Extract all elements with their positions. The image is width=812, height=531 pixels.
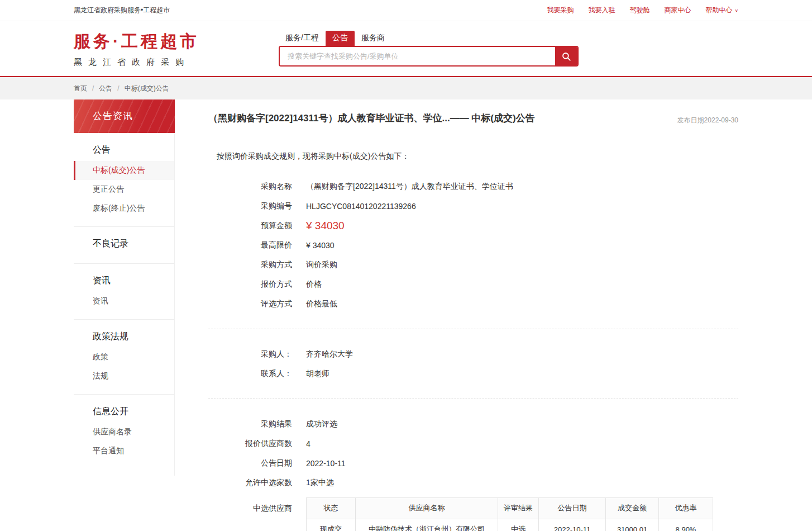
site-title: 黑龙江省政府采购服务•工程超市	[74, 6, 170, 15]
field-label: 采购编号	[208, 201, 292, 211]
field-value: 成功评选	[306, 419, 337, 429]
field-row-bidder-count: 报价供应商数 4	[208, 434, 738, 454]
tab-services-projects[interactable]: 服务/工程	[279, 31, 326, 46]
field-value: 1家中选	[306, 478, 334, 488]
search-icon	[561, 51, 571, 61]
field-label: 最高限价	[208, 240, 292, 250]
help-center-label: 帮助中心	[705, 6, 732, 14]
field-value: 2022-10-11	[306, 459, 346, 468]
field-row-procurement-name: 采购名称 （黑财购备字[2022]14311号）成人教育毕业证书、学位证书	[208, 177, 738, 197]
field-value: 价格	[306, 279, 322, 290]
field-row-purchaser: 采购人： 齐齐哈尔大学	[208, 345, 738, 364]
search-box	[279, 46, 579, 67]
sidebar-section-title-news[interactable]: 资讯	[74, 264, 174, 292]
field-label: 联系人：	[208, 369, 292, 379]
field-label: 允许中选家数	[208, 478, 292, 488]
topbar: 黑龙江省政府采购服务•工程超市 我要采购 我要入驻 驾驶舱 商家中心 帮助中心∨	[0, 0, 812, 21]
field-row-quote-method: 报价方式 价格	[208, 275, 738, 295]
sidebar-item-news[interactable]: 资讯	[74, 292, 174, 311]
table-row: 现成交 中融防伪技术（浙江台州）有限公司 中选 2022-10-11 31000…	[307, 519, 713, 531]
col-header-discount-rate: 优惠率	[659, 497, 713, 519]
field-row-procurement-method: 采购方式 询价采购	[208, 255, 738, 275]
sidebar-item-correction-announcements[interactable]: 更正公告	[74, 180, 174, 199]
announcement-article: （黑财购备字[2022]14311号）成人教育毕业证书、学位...—— 中标(成…	[175, 99, 738, 531]
field-label: 预算金额	[208, 221, 292, 231]
sidebar-section-title-announcements[interactable]: 公告	[74, 133, 174, 161]
field-row-procurement-number: 采购编号 HLJGCYC08140120221139266	[208, 197, 738, 216]
field-row-max-price: 最高限价 ¥ 34030	[208, 236, 738, 255]
breadcrumb: 首页 / 公告 / 中标(成交)公告	[74, 77, 738, 99]
sidebar-item-platform-notices[interactable]: 平台通知	[74, 442, 174, 461]
search-button[interactable]	[555, 47, 577, 65]
field-value: HLJGCYC08140120221139266	[306, 202, 416, 211]
topbar-link-merchant-center[interactable]: 商家中心	[664, 6, 691, 15]
tab-announcements[interactable]: 公告	[326, 31, 355, 46]
sidebar-section-information-disclosure: 信息公开 供应商名录 平台通知	[74, 395, 174, 469]
site-header: 服务·工程超市 黑龙江省政府采购 服务/工程 公告 服务商	[0, 21, 812, 77]
field-value: （黑财购备字[2022]14311号）成人教育毕业证书、学位证书	[306, 182, 513, 192]
logo-sub-text: 黑龙江省政府采购	[74, 57, 199, 68]
breadcrumb-home[interactable]: 首页	[74, 84, 87, 93]
field-value: 4	[306, 439, 311, 448]
cell-supplier-name: 中融防伪技术（浙江台州）有限公司	[356, 519, 498, 531]
sidebar-item-regulations[interactable]: 法规	[74, 367, 174, 386]
field-value: 询价采购	[306, 260, 337, 270]
search-tabs: 服务/工程 公告 服务商	[279, 31, 579, 46]
field-label: 中选供应商	[208, 497, 292, 514]
sidebar-item-policy[interactable]: 政策	[74, 348, 174, 367]
topbar-link-cockpit[interactable]: 驾驶舱	[629, 6, 649, 15]
cell-status: 现成交	[307, 519, 356, 531]
breadcrumb-bar: 首页 / 公告 / 中标(成交)公告	[0, 77, 812, 99]
breadcrumb-announcements[interactable]: 公告	[99, 84, 112, 93]
sidebar-section-title-policies[interactable]: 政策法规	[74, 320, 174, 348]
sidebar-item-cancelled-announcements[interactable]: 废标(终止)公告	[74, 199, 174, 218]
field-row-announcement-date: 公告日期 2022-10-11	[208, 454, 738, 473]
field-row-winning-supplier: 中选供应商 状态 供应商名称 评审结果 公告日期 成交金额 优惠率	[208, 497, 738, 531]
section-divider	[208, 399, 738, 399]
col-header-review-result: 评审结果	[498, 497, 539, 519]
field-value: 齐齐哈尔大学	[306, 349, 353, 359]
sidebar-item-award-announcements[interactable]: 中标(成交)公告	[74, 161, 174, 180]
tab-service-providers[interactable]: 服务商	[355, 31, 391, 46]
field-value: 胡老师	[306, 369, 329, 379]
topbar-links: 我要采购 我要入驻 驾驶舱 商家中心 帮助中心∨	[547, 6, 738, 15]
topbar-link-help-center[interactable]: 帮助中心∨	[705, 6, 738, 15]
supplier-table-header-row: 状态 供应商名称 评审结果 公告日期 成交金额 优惠率	[307, 497, 713, 519]
breadcrumb-current-page: 中标(成交)公告	[125, 84, 169, 93]
field-row-procurement-result: 采购结果 成功评选	[208, 415, 738, 434]
publish-date: 发布日期2022-09-30	[677, 116, 738, 125]
sidebar-header: 公告资讯	[74, 99, 175, 133]
field-label: 报价方式	[208, 279, 292, 290]
result-info-group: 采购结果 成功评选 报价供应商数 4 公告日期 2022-10-11 允许中选家…	[208, 415, 738, 531]
procurement-info-group: 采购名称 （黑财购备字[2022]14311号）成人教育毕业证书、学位证书 采购…	[208, 177, 738, 314]
cell-review-result: 中选	[498, 519, 539, 531]
sidebar-section-title-bad-records[interactable]: 不良记录	[74, 227, 174, 255]
topbar-link-i-want-to-buy[interactable]: 我要采购	[547, 6, 574, 15]
sidebar-item-supplier-directory[interactable]: 供应商名录	[74, 423, 174, 442]
field-label: 采购方式	[208, 260, 292, 270]
breadcrumb-separator: /	[92, 84, 94, 92]
search-input[interactable]	[280, 47, 555, 65]
chevron-down-icon: ∨	[734, 8, 738, 13]
field-row-allowed-winners: 允许中选家数 1家中选	[208, 473, 738, 493]
sidebar-section-bad-records: 不良记录	[74, 227, 174, 264]
breadcrumb-separator: /	[117, 84, 119, 92]
col-header-status: 状态	[307, 497, 356, 519]
field-label: 采购结果	[208, 419, 292, 429]
logo-main-text: 服务·工程超市	[74, 30, 199, 53]
col-header-announcement-date: 公告日期	[539, 497, 606, 519]
site-logo[interactable]: 服务·工程超市 黑龙江省政府采购	[74, 30, 199, 68]
sidebar-menu: 公告 中标(成交)公告 更正公告 废标(终止)公告 不良记录 资讯 资讯 政策法…	[74, 133, 175, 476]
sidebar-section-title-information-disclosure[interactable]: 信息公开	[74, 395, 174, 423]
field-row-contact-person: 联系人： 胡老师	[208, 364, 738, 384]
field-label: 公告日期	[208, 458, 292, 468]
purchaser-info-group: 采购人： 齐齐哈尔大学 联系人： 胡老师	[208, 345, 738, 384]
field-label: 报价供应商数	[208, 439, 292, 449]
main-content: 公告资讯 公告 中标(成交)公告 更正公告 废标(终止)公告 不良记录 资讯 资…	[74, 99, 738, 531]
cell-deal-amount: 31000.01	[606, 519, 659, 531]
budget-amount-value: ¥ 34030	[306, 220, 345, 232]
supplier-table: 状态 供应商名称 评审结果 公告日期 成交金额 优惠率 现成交 中融防伪技术（浙…	[306, 497, 713, 531]
topbar-link-join-us[interactable]: 我要入驻	[588, 6, 615, 15]
col-header-deal-amount: 成交金额	[606, 497, 659, 519]
sidebar-section-news: 资讯 资讯	[74, 264, 174, 320]
